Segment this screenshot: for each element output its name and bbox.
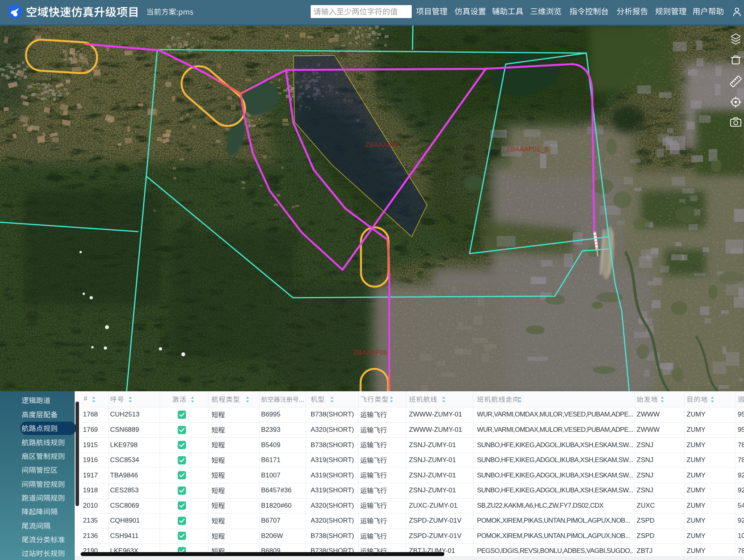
svg-text:ZBAAAP06: ZBAAAP06: [354, 349, 387, 356]
svg-text:ZBAAAP05: ZBAAAP05: [365, 141, 399, 149]
svg-text:ZBAAAP01_S: ZBAAAP01_S: [506, 146, 549, 153]
